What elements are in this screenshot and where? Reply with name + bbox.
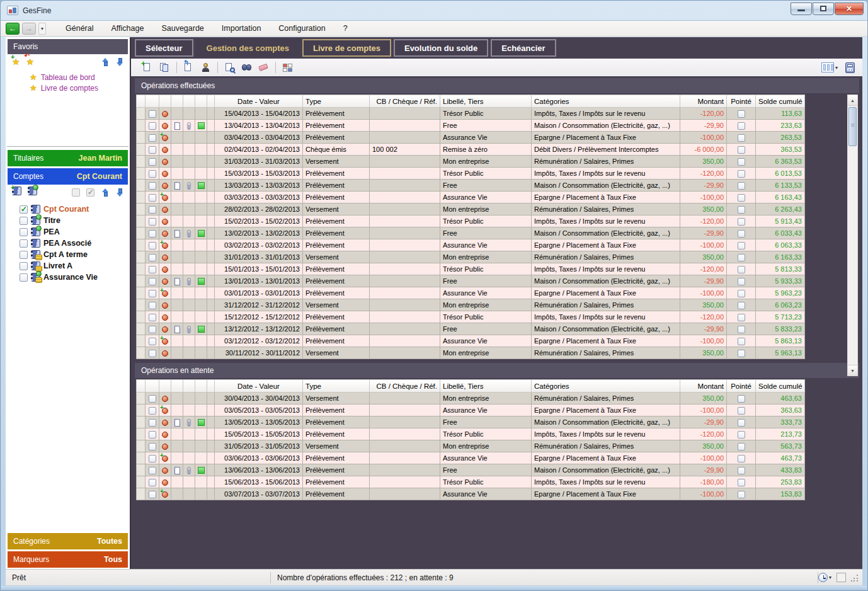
account-checkbox[interactable]	[20, 205, 28, 214]
column-header[interactable]: CB / Chèque / Réf.	[370, 95, 440, 108]
row-select-checkbox[interactable]	[149, 443, 156, 450]
pointe-checkbox[interactable]	[738, 110, 745, 118]
tab-selecteur[interactable]: Sélecteur	[135, 39, 193, 57]
column-header[interactable]: Type	[303, 380, 370, 393]
pointe-checkbox[interactable]	[738, 350, 745, 357]
new-operation-icon[interactable]	[142, 62, 153, 72]
operation-row[interactable]: 30/04/2013 - 30/04/2013VersementMon entr…	[137, 393, 805, 405]
pointe-checkbox[interactable]	[738, 206, 745, 214]
operation-row[interactable]: 15/06/2013 - 15/06/2013PrélèvementTrésor…	[137, 476, 805, 488]
menu-importation[interactable]: Importation	[214, 22, 270, 35]
pointe-checkbox[interactable]	[738, 230, 745, 238]
row-select-checkbox[interactable]	[149, 326, 156, 333]
pointe-checkbox[interactable]	[738, 395, 745, 403]
operation-row[interactable]: 31/05/2013 - 31/05/2013VersementMon entr…	[137, 440, 805, 452]
pointe-checkbox[interactable]	[738, 479, 745, 486]
pointe-checkbox[interactable]	[738, 467, 745, 474]
pointe-checkbox[interactable]	[738, 455, 745, 462]
column-header[interactable]: CB / Chèque / Réf.	[370, 380, 440, 393]
operation-row[interactable]: 03/04/2013 - 03/04/2013PrélèvementAssura…	[137, 132, 805, 144]
nav-dropdown-icon[interactable]: ▾	[38, 23, 46, 35]
pointe-checkbox[interactable]	[738, 146, 745, 154]
row-select-checkbox[interactable]	[149, 314, 156, 321]
row-select-checkbox[interactable]	[149, 431, 156, 439]
account-item[interactable]: Cpt Courant	[20, 204, 130, 215]
column-header[interactable]: Solde cumulé	[756, 95, 805, 108]
row-select-checkbox[interactable]	[149, 206, 156, 214]
account-item[interactable]: PEA	[20, 226, 130, 238]
operation-row[interactable]: 31/12/2012 - 31/12/2012VersementMon entr…	[137, 299, 805, 311]
row-select-checkbox[interactable]	[149, 467, 156, 474]
comptes-bar[interactable]: Comptes Cpt Courant	[8, 168, 128, 185]
tab-livre-de-comptes[interactable]: Livre de comptes	[302, 39, 391, 57]
account-checkbox[interactable]	[20, 228, 28, 236]
account-checkbox[interactable]	[20, 273, 28, 282]
row-select-checkbox[interactable]	[149, 182, 156, 190]
account-item[interactable]: Livret A	[20, 260, 130, 272]
pointe-checkbox[interactable]	[738, 431, 745, 439]
uncheck-all-icon[interactable]	[72, 188, 80, 197]
pointe-checkbox[interactable]	[738, 407, 745, 415]
clock-icon[interactable]	[818, 573, 828, 582]
scroll-thumb[interactable]	[848, 107, 857, 146]
operation-row[interactable]: 03/02/2013 - 03/02/2013PrélèvementAssura…	[137, 239, 805, 251]
pointe-checkbox[interactable]	[738, 314, 745, 321]
row-select-checkbox[interactable]	[149, 290, 156, 297]
titulaires-bar[interactable]: Titulaires Jean Martin	[8, 150, 128, 166]
account-item[interactable]: Titre	[20, 215, 130, 226]
back-button[interactable]: ←	[6, 23, 20, 35]
pointe-checkbox[interactable]	[738, 326, 745, 333]
column-header[interactable]: Montant	[680, 95, 727, 108]
operation-row[interactable]: 15/12/2012 - 15/12/2012PrélèvementTrésor…	[137, 311, 805, 323]
row-select-checkbox[interactable]	[149, 278, 156, 285]
operation-row[interactable]: 13/06/2013 - 13/06/2013PrélèvementFreeMa…	[137, 464, 805, 476]
favorite-item[interactable]: ★Livre de comptes	[30, 83, 130, 93]
row-select-checkbox[interactable]	[149, 242, 156, 250]
column-header[interactable]: Catégories	[532, 95, 680, 108]
operation-row[interactable]: 13/03/2013 - 13/03/2013PrélèvementFreeMa…	[137, 180, 805, 192]
row-select-checkbox[interactable]	[149, 134, 156, 142]
calculator-icon[interactable]	[845, 62, 855, 73]
pointe-checkbox[interactable]	[738, 278, 745, 285]
operation-row[interactable]: 31/03/2013 - 31/03/2013VersementMon entr…	[137, 156, 805, 168]
operation-row[interactable]: 03/03/2013 - 03/03/2013PrélèvementAssura…	[137, 192, 805, 204]
row-select-checkbox[interactable]	[149, 350, 156, 357]
scroll-down-icon[interactable]: ▼	[848, 365, 857, 376]
operation-row[interactable]: 03/07/2013 - 03/07/2013PrélèvementAssura…	[137, 488, 805, 500]
row-select-checkbox[interactable]	[149, 230, 156, 238]
tiers-icon[interactable]	[200, 62, 211, 72]
move-up-icon[interactable]	[101, 58, 109, 66]
resize-grip[interactable]	[851, 574, 859, 582]
column-header[interactable]: Date - Valeur	[215, 95, 303, 108]
column-header[interactable]: Solde cumulé	[756, 380, 805, 393]
pointe-checkbox[interactable]	[738, 218, 745, 226]
pointe-checkbox[interactable]	[738, 338, 745, 345]
column-header[interactable]: Pointé	[727, 380, 756, 393]
operation-row[interactable]: 15/05/2013 - 15/05/2013PrélèvementTrésor…	[137, 428, 805, 440]
pointe-checkbox[interactable]	[738, 158, 745, 166]
operation-row[interactable]: 03/01/2013 - 03/01/2013PrélèvementAssura…	[137, 287, 805, 299]
tab-evolution-du-solde[interactable]: Evolution du solde	[394, 39, 488, 57]
pointe-checkbox[interactable]	[738, 419, 745, 427]
row-select-checkbox[interactable]	[149, 455, 156, 462]
layout-grid-icon[interactable]	[282, 62, 293, 72]
row-select-checkbox[interactable]	[149, 170, 156, 178]
tab-gestion-des-comptes[interactable]: Gestion des comptes	[196, 39, 300, 57]
column-header[interactable]: Libellé, Tiers	[440, 380, 532, 393]
vertical-scrollbar[interactable]: ▲ ▼	[847, 95, 858, 376]
account-item[interactable]: Assurance Vie	[20, 272, 130, 283]
operation-row[interactable]: 13/12/2012 - 13/12/2012PrélèvementFreeMa…	[137, 323, 805, 335]
operation-row[interactable]: 30/11/2012 - 30/11/2012VersementMon entr…	[137, 347, 805, 359]
account-item[interactable]: PEA Associé	[20, 238, 130, 249]
column-header[interactable]: Montant	[680, 380, 727, 393]
menu-affichage[interactable]: Affichage	[103, 22, 152, 35]
pointe-checkbox[interactable]	[738, 182, 745, 190]
tab-echeancier[interactable]: Echéancier	[491, 39, 556, 57]
row-select-checkbox[interactable]	[149, 158, 156, 166]
operation-row[interactable]: 03/12/2012 - 03/12/2012PrélèvementAssura…	[137, 335, 805, 347]
pointe-checkbox[interactable]	[738, 254, 745, 261]
operation-row[interactable]: 15/04/2013 - 15/04/2013PrélèvementTrésor…	[137, 108, 805, 120]
menu-general[interactable]: Général	[57, 22, 101, 35]
row-select-checkbox[interactable]	[149, 254, 156, 261]
menu-sauvegarde[interactable]: Sauvegarde	[153, 22, 212, 35]
